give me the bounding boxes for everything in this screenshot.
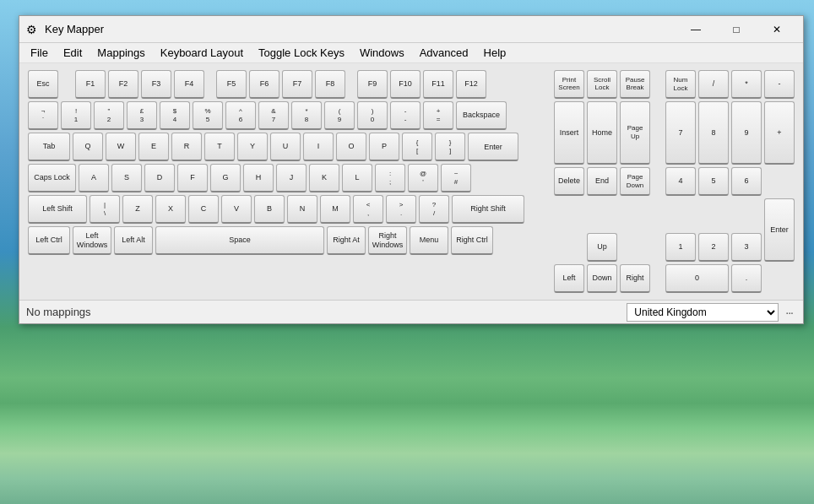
key-z[interactable]: Z [122,195,153,224]
key-numpad-6[interactable]: 6 [731,167,762,196]
key-numpad-dot[interactable]: . [731,264,762,293]
key-right-windows[interactable]: Right Windows [368,226,407,255]
key-right-alt[interactable]: Right At [327,226,366,255]
key-left-shift[interactable]: Left Shift [28,195,87,224]
key-slash[interactable]: ?/ [419,195,449,224]
key-numpad-plus[interactable]: + [764,101,795,165]
key-quote[interactable]: @' [408,164,438,192]
key-c[interactable]: C [188,195,219,224]
key-3[interactable]: £3 [127,101,157,130]
key-hash[interactable]: ~# [441,164,471,192]
key-insert[interactable]: Insert [554,101,584,165]
key-pause-break[interactable]: Pause Break [620,70,650,99]
key-end[interactable]: End [587,167,617,196]
menu-toggle-lock-keys[interactable]: Toggle Lock Keys [251,44,352,62]
key-s[interactable]: S [111,164,142,192]
key-6[interactable]: ^6 [225,101,256,130]
key-up[interactable]: Up [587,233,617,262]
key-f[interactable]: F [177,164,208,192]
key-space[interactable]: Space [155,226,324,255]
key-caps-lock[interactable]: Caps Lock [28,164,76,192]
key-scroll-lock[interactable]: Scroll Lock [587,70,617,99]
key-numpad-4[interactable]: 4 [665,167,696,196]
key-f1[interactable]: F1 [75,70,106,99]
layout-select[interactable]: United Kingdom United States German Fren… [627,303,779,322]
key-t[interactable]: T [204,133,235,161]
key-backspace[interactable]: Backspace [456,101,507,130]
key-f11[interactable]: F11 [423,70,453,99]
key-numpad-0[interactable]: 0 [665,264,729,293]
key-2[interactable]: "2 [94,101,124,130]
key-a[interactable]: A [79,164,109,192]
key-5[interactable]: %5 [193,101,223,130]
key-enter[interactable]: Enter [468,133,518,161]
key-lbracket[interactable]: {[ [402,133,432,161]
key-delete[interactable]: Delete [554,167,584,196]
key-right-shift[interactable]: Right Shift [452,195,524,224]
key-f6[interactable]: F6 [249,70,279,99]
key-page-up[interactable]: Page Up [620,101,650,165]
key-comma[interactable]: <, [353,195,383,224]
key-tab[interactable]: Tab [28,133,70,161]
key-f9[interactable]: F9 [357,70,388,99]
key-q[interactable]: Q [73,133,103,161]
key-9[interactable]: (9 [324,101,355,130]
key-right[interactable]: Right [620,264,650,293]
key-period[interactable]: >. [386,195,416,224]
close-button[interactable]: ✕ [757,16,796,43]
key-equals[interactable]: += [423,101,453,130]
key-left-alt[interactable]: Left Alt [114,226,153,255]
key-u[interactable]: U [270,133,301,161]
key-f7[interactable]: F7 [282,70,312,99]
key-l[interactable]: L [342,164,372,192]
menu-keyboard-layout[interactable]: Keyboard Layout [153,44,251,62]
key-minus[interactable]: -- [390,101,421,130]
key-1[interactable]: !1 [61,101,91,130]
key-numpad-2[interactable]: 2 [698,233,729,262]
key-rbracket[interactable]: }] [435,133,465,161]
key-m[interactable]: M [320,195,350,224]
key-n[interactable]: N [287,195,317,224]
key-w[interactable]: W [106,133,136,161]
key-f4[interactable]: F4 [174,70,204,99]
key-h[interactable]: H [243,164,274,192]
menu-mappings[interactable]: Mappings [90,44,152,62]
key-numpad-8[interactable]: 8 [698,101,729,165]
key-numpad-enter[interactable]: Enter [764,198,795,262]
key-j[interactable]: J [276,164,307,192]
key-f2[interactable]: F2 [108,70,138,99]
key-left-ctrl[interactable]: Left Ctrl [28,226,70,255]
key-numpad-9[interactable]: 9 [731,101,762,165]
key-d[interactable]: D [144,164,175,192]
key-numpad-1[interactable]: 1 [665,233,696,262]
key-numpad-3[interactable]: 3 [731,233,762,262]
key-numpad-slash[interactable]: / [698,70,729,99]
key-b[interactable]: B [254,195,285,224]
key-page-down[interactable]: Page Down [620,167,650,196]
maximize-button[interactable]: □ [717,16,756,43]
key-g[interactable]: G [210,164,241,192]
key-7[interactable]: &7 [258,101,289,130]
key-v[interactable]: V [221,195,252,224]
key-8[interactable]: *8 [291,101,322,130]
key-semicolon[interactable]: :; [375,164,405,192]
key-0[interactable]: )0 [357,101,388,130]
key-f12[interactable]: F12 [456,70,486,99]
menu-file[interactable]: File [23,44,56,62]
menu-edit[interactable]: Edit [56,44,90,62]
key-num-lock[interactable]: Num Lock [665,70,696,99]
key-backtick[interactable]: ¬` [28,101,58,130]
key-y[interactable]: Y [237,133,268,161]
menu-advanced[interactable]: Advanced [412,44,476,62]
key-down[interactable]: Down [587,264,617,293]
key-backslash[interactable]: |\ [90,195,120,224]
key-f8[interactable]: F8 [315,70,345,99]
key-numpad-minus[interactable]: - [764,70,795,99]
key-numpad-7[interactable]: 7 [665,101,696,165]
key-x[interactable]: X [155,195,186,224]
key-f5[interactable]: F5 [216,70,247,99]
key-esc[interactable]: Esc [28,70,58,99]
menu-windows[interactable]: Windows [352,44,412,62]
key-left-windows[interactable]: Left Windows [73,226,111,255]
key-r[interactable]: R [171,133,202,161]
